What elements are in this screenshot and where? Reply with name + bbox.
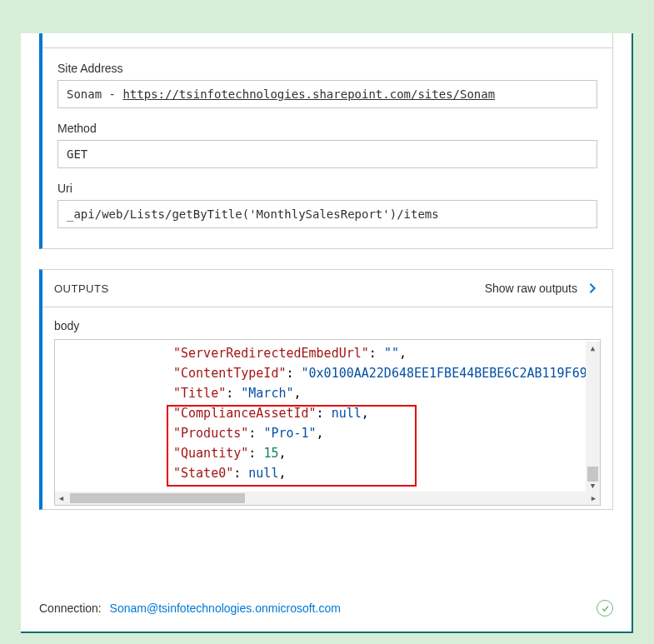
outputs-title: OUTPUTS	[54, 282, 109, 295]
field-site-address: Site Address Sonam - https://tsinfotechn…	[57, 62, 597, 108]
scroll-thumb-horizontal[interactable]	[70, 493, 245, 503]
field-method: Method GET	[57, 122, 597, 168]
site-address-value[interactable]: Sonam - https://tsinfotechnologies.share…	[57, 80, 597, 108]
inputs-card-top-border	[42, 33, 612, 48]
body-code-box[interactable]: "ServerRedirectedEmbedUrl": "","ContentT…	[54, 339, 601, 506]
method-value[interactable]: GET	[57, 140, 597, 168]
field-uri: Uri _api/web/Lists/getByTitle('MonthlySa…	[57, 182, 597, 228]
body-label: body	[54, 319, 601, 332]
outputs-body-section: body "ServerRedirectedEmbedUrl": "","Con…	[42, 307, 612, 509]
success-check-icon	[597, 600, 613, 617]
chevron-right-icon	[584, 280, 601, 297]
site-address-label: Site Address	[57, 62, 597, 75]
method-label: Method	[57, 122, 597, 135]
connection-label: Connection:	[39, 602, 102, 615]
outputs-card: OUTPUTS Show raw outputs body "ServerRed…	[39, 269, 613, 510]
uri-label: Uri	[57, 182, 597, 195]
site-address-link[interactable]: https://tsinfotechnologies.sharepoint.co…	[122, 87, 495, 101]
scroll-arrow-right-icon[interactable]: ▶	[587, 492, 600, 505]
connection-email-link[interactable]: Sonam@tsinfotechnologies.onmicrosoft.com	[110, 602, 341, 615]
scroll-arrow-left-icon[interactable]: ◀	[55, 492, 67, 505]
connection-footer: Connection: Sonam@tsinfotechnologies.onm…	[39, 600, 613, 617]
uri-value[interactable]: _api/web/Lists/getByTitle('MonthlySalesR…	[57, 200, 597, 228]
show-raw-outputs-link[interactable]: Show raw outputs	[485, 280, 601, 297]
connection-info: Connection: Sonam@tsinfotechnologies.onm…	[39, 602, 341, 615]
scroll-arrow-up-icon[interactable]: ▲	[586, 342, 600, 354]
scroll-arrow-down-icon[interactable]: ▼	[586, 479, 600, 492]
scrollbar-horizontal[interactable]: ◀ ▶	[55, 492, 600, 505]
inputs-card: Site Address Sonam - https://tsinfotechn…	[39, 33, 613, 249]
flow-run-details-panel: Site Address Sonam - https://tsinfotechn…	[21, 33, 633, 633]
json-output-lines: "ServerRedirectedEmbedUrl": "","ContentT…	[55, 340, 600, 487]
site-address-prefix: Sonam -	[67, 87, 122, 101]
outputs-header: OUTPUTS Show raw outputs	[42, 270, 612, 307]
show-raw-label: Show raw outputs	[485, 282, 577, 295]
scrollbar-vertical[interactable]: ▲ ▼	[586, 342, 600, 492]
